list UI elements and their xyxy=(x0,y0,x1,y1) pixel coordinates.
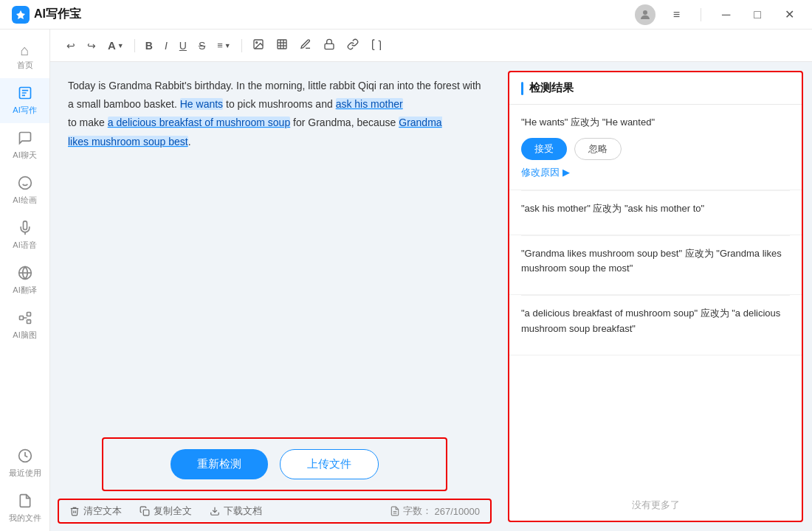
font-button[interactable]: A ▼ xyxy=(103,36,128,55)
user-avatar[interactable] xyxy=(635,4,656,25)
reason-arrow-icon: ▶ xyxy=(562,167,570,178)
reason-link-1[interactable]: 修改原因 ▶ xyxy=(521,166,790,179)
highlight-delicious: a delicious breakfast of mushroom soup xyxy=(108,117,290,128)
clear-text-button[interactable]: 清空文本 xyxy=(69,504,122,518)
result-item-3: "Grandma likes mushroom soup best" 应改为 "… xyxy=(509,236,802,296)
table-button[interactable] xyxy=(272,35,292,55)
word-count-icon xyxy=(390,506,400,516)
sidebar-item-ai-write[interactable]: AI写作 xyxy=(0,78,49,123)
italic-button[interactable]: I xyxy=(160,37,172,55)
undo-button[interactable]: ↩ xyxy=(62,37,80,55)
svg-rect-8 xyxy=(19,316,23,320)
ai-translate-label: AI翻译 xyxy=(13,285,36,296)
result-actions-1: 接受 忽略 xyxy=(521,138,790,160)
my-files-icon xyxy=(18,493,32,510)
bottom-bar: 清空文本 复制全文 下载文档 字数： xyxy=(58,499,492,524)
app-name: AI写作宝 xyxy=(34,7,81,22)
sidebar-item-ai-draw[interactable]: AI绘画 xyxy=(0,168,49,213)
maximize-button[interactable]: □ xyxy=(748,5,767,24)
results-body: "He wants" 应改为 "He wanted" 接受 忽略 修改原因 ▶ xyxy=(509,105,802,490)
sidebar-item-ai-voice[interactable]: AI语音 xyxy=(0,213,49,258)
svg-point-13 xyxy=(255,42,257,44)
highlight-he-wants: He wants xyxy=(180,98,223,110)
svg-point-2 xyxy=(18,177,31,190)
ai-draw-icon xyxy=(18,176,32,192)
svg-point-0 xyxy=(643,10,647,15)
download-icon xyxy=(210,506,220,516)
copy-icon xyxy=(140,506,150,516)
text-end: . xyxy=(188,136,191,148)
align-dropdown-arrow: ▼ xyxy=(224,42,231,49)
close-button[interactable]: ✕ xyxy=(779,4,800,24)
recent-icon xyxy=(18,448,32,465)
ai-voice-label: AI语音 xyxy=(13,240,36,251)
svg-rect-14 xyxy=(278,40,286,49)
formula-button[interactable] xyxy=(366,35,387,55)
bold-button[interactable]: B xyxy=(141,37,157,55)
clear-text-label: 清空文本 xyxy=(83,504,122,518)
ai-mind-icon xyxy=(18,310,32,327)
text-mid3: for Grandma, because xyxy=(290,117,399,128)
ai-write-label: AI写作 xyxy=(13,105,36,116)
result-text-4: "a delicious breakfast of mushroom soup"… xyxy=(521,306,790,337)
separator1 xyxy=(134,39,135,52)
ai-voice-icon xyxy=(18,221,32,237)
download-button[interactable]: 下载文档 xyxy=(210,504,262,518)
accept-button-1[interactable]: 接受 xyxy=(521,138,567,160)
result-text-3: "Grandma likes mushroom soup best" 应改为 "… xyxy=(521,246,790,277)
upload-button[interactable]: 上传文件 xyxy=(280,449,379,479)
underline-button[interactable]: U xyxy=(175,37,191,55)
menu-button[interactable]: ≡ xyxy=(667,5,686,24)
svg-rect-19 xyxy=(325,44,334,49)
editor-text: Today is Grandma Rabbit's birthday. In t… xyxy=(68,77,481,151)
sidebar-item-ai-translate[interactable]: AI翻译 xyxy=(0,258,49,303)
editor-content: Today is Grandma Rabbit's birthday. In t… xyxy=(50,62,499,531)
main-content: ↩ ↪ A ▼ B I U S ≡ ▼ xyxy=(50,30,812,531)
ignore-button-1[interactable]: 忽略 xyxy=(574,138,622,160)
results-panel: 检测结果 "He wants" 应改为 "He wanted" 接受 忽略 修改… xyxy=(508,71,803,522)
no-more-label: 没有更多了 xyxy=(632,499,680,510)
redo-button[interactable]: ↪ xyxy=(83,37,100,55)
recent-label: 最近使用 xyxy=(9,468,41,479)
download-label: 下载文档 xyxy=(224,504,262,518)
sidebar-item-home[interactable]: ⌂ 首页 xyxy=(0,35,49,78)
editor-scroll[interactable]: Today is Grandma Rabbit's birthday. In t… xyxy=(50,62,499,430)
results-footer: 没有更多了 xyxy=(509,490,802,521)
font-dropdown-arrow: ▼ xyxy=(117,42,124,49)
ai-write-icon xyxy=(18,86,32,103)
trash-icon xyxy=(69,506,80,516)
ai-mind-label: AI脑图 xyxy=(13,330,36,341)
highlight-ask-his-mother: ask his mother xyxy=(336,98,403,110)
bottom-actions: 清空文本 复制全文 下载文档 xyxy=(69,504,262,518)
result-item-1: "He wants" 应改为 "He wanted" 接受 忽略 修改原因 ▶ xyxy=(509,105,802,190)
action-buttons-group: 重新检测 上传文件 xyxy=(171,449,379,479)
home-icon: ⌂ xyxy=(20,43,29,58)
word-count-label: 字数： xyxy=(403,504,432,518)
strikethrough-button[interactable]: S xyxy=(194,37,210,55)
sidebar-item-ai-chat[interactable]: AI聊天 xyxy=(0,123,49,168)
align-button[interactable]: ≡ ▼ xyxy=(213,37,235,54)
copy-all-button[interactable]: 复制全文 xyxy=(140,504,192,518)
minimize-button[interactable]: ─ xyxy=(716,5,736,24)
app-body: ⌂ 首页 AI写作 AI聊天 AI xyxy=(0,30,812,531)
home-label: 首页 xyxy=(17,60,33,71)
results-title: 检测结果 xyxy=(529,81,574,95)
ai-chat-label: AI聊天 xyxy=(13,150,36,161)
draw-button[interactable] xyxy=(295,35,316,55)
middle-row: Today is Grandma Rabbit's birthday. In t… xyxy=(50,62,812,531)
word-count: 字数： 267/10000 xyxy=(390,504,480,518)
app-logo: AI写作宝 xyxy=(12,6,81,24)
link-button[interactable] xyxy=(343,35,363,55)
reason-label-1: 修改原因 xyxy=(521,166,560,179)
align-icon: ≡ xyxy=(217,40,223,51)
sidebar-item-ai-mind[interactable]: AI脑图 xyxy=(0,303,49,348)
titlebar: AI写作宝 ≡ ─ □ ✕ xyxy=(0,0,812,30)
titlebar-controls: ≡ ─ □ ✕ xyxy=(635,4,800,25)
my-files-label: 我的文件 xyxy=(9,513,41,524)
image-button[interactable] xyxy=(248,35,269,55)
lock-button[interactable] xyxy=(319,35,340,55)
sidebar-item-my-files[interactable]: 我的文件 xyxy=(0,486,49,531)
sidebar-item-recent[interactable]: 最近使用 xyxy=(0,441,49,486)
recheck-button[interactable]: 重新检测 xyxy=(171,449,268,479)
result-item-4: "a delicious breakfast of mushroom soup"… xyxy=(509,296,802,355)
